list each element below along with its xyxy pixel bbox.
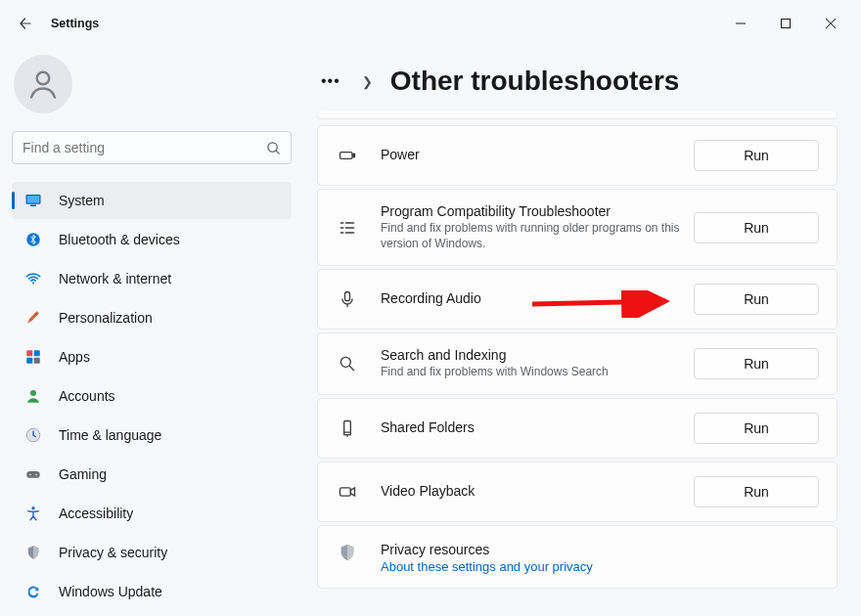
compat-icon-wrap [336, 218, 359, 238]
sidebar-item-label: Network & internet [59, 271, 171, 286]
chevron-right-icon: ❯ [362, 74, 373, 89]
main-content: ••• ❯ Other troubleshooters Power Run Pr… [303, 47, 861, 616]
sidebar-item-label: System [59, 193, 105, 208]
svg-point-22 [340, 357, 350, 367]
card-text: Video Playback [381, 483, 694, 501]
card-title: Video Playback [381, 483, 694, 499]
run-button[interactable]: Run [694, 284, 819, 315]
sidebar-item-gamepad[interactable]: Gaming [12, 456, 292, 493]
card-title: Search and Indexing [381, 347, 694, 363]
accessibility-icon-wrap [23, 504, 43, 523]
svg-rect-11 [34, 358, 40, 364]
privacy-resources-card: Privacy resources About these settings a… [317, 525, 838, 589]
card-subtitle: Find and fix problems with running older… [381, 221, 694, 251]
power-icon-wrap [336, 146, 359, 165]
svg-rect-9 [34, 350, 40, 356]
brush-icon-wrap [23, 308, 43, 328]
microphone-icon [338, 289, 357, 309]
svg-rect-10 [26, 358, 32, 364]
sidebar-item-person[interactable]: Accounts [12, 377, 292, 415]
magnifier-icon [338, 354, 357, 374]
svg-rect-23 [344, 420, 351, 432]
sidebar-item-wifi[interactable]: Network & internet [12, 260, 292, 297]
breadcrumb: ••• ❯ Other troubleshooters [317, 55, 838, 108]
search-input[interactable] [23, 140, 266, 155]
svg-point-1 [37, 72, 50, 85]
wifi-icon-wrap [23, 269, 43, 288]
back-button[interactable] [8, 6, 43, 41]
privacy-link[interactable]: About these settings and your privacy [381, 559, 819, 574]
svg-rect-5 [30, 205, 36, 207]
troubleshooter-list: Power Run Program Compatibility Troubles… [317, 111, 838, 589]
sidebar-item-system[interactable]: System [12, 182, 292, 219]
system-icon [24, 192, 42, 209]
search-icon-wrap [336, 354, 359, 374]
sidebar-item-label: Time & language [59, 427, 161, 443]
sidebar-item-update[interactable]: Windows Update [12, 573, 292, 610]
sidebar-item-accessibility[interactable]: Accessibility [12, 495, 292, 532]
bluetooth-icon-wrap [23, 230, 43, 249]
gamepad-icon [24, 465, 42, 483]
maximize-icon [781, 19, 791, 28]
card-text: Program Compatibility TroubleshooterFind… [381, 203, 694, 251]
troubleshooter-card-folder: Shared Folders Run [317, 398, 838, 459]
svg-rect-0 [782, 20, 791, 28]
brush-icon [24, 309, 42, 327]
svg-point-17 [35, 473, 37, 475]
avatar[interactable] [14, 55, 72, 113]
page-title: Other troubleshooters [390, 66, 680, 97]
card-title: Power [381, 147, 694, 162]
gamepad-icon-wrap [23, 464, 43, 484]
sidebar: SystemBluetooth & devicesNetwork & inter… [0, 47, 303, 616]
clock-icon [24, 426, 42, 444]
system-icon-wrap [23, 191, 43, 210]
troubleshooter-card-power: Power Run [317, 125, 838, 186]
sidebar-item-label: Personalization [59, 310, 153, 326]
troubleshooter-card-video: Video Playback Run [317, 462, 838, 522]
battery-icon [338, 146, 357, 165]
run-button[interactable]: Run [694, 476, 819, 507]
run-button[interactable]: Run [694, 140, 819, 171]
sidebar-item-brush[interactable]: Personalization [12, 299, 292, 336]
troubleshooter-card-search: Search and IndexingFind and fix problems… [317, 332, 838, 395]
card-text: Shared Folders [381, 419, 694, 437]
troubleshooter-card-mic: Recording Audio Run [317, 269, 838, 330]
breadcrumb-more-icon[interactable]: ••• [317, 72, 344, 90]
privacy-icon-wrap [336, 542, 359, 563]
update-icon [24, 583, 42, 600]
update-icon-wrap [23, 582, 43, 601]
sidebar-item-shield[interactable]: Privacy & security [12, 534, 292, 571]
back-arrow-icon [18, 16, 33, 31]
svg-rect-8 [26, 350, 32, 356]
run-button[interactable]: Run [694, 413, 819, 444]
run-button[interactable]: Run [694, 348, 819, 379]
bluetooth-icon [24, 231, 42, 248]
maximize-button[interactable] [763, 8, 808, 39]
sidebar-item-apps[interactable]: Apps [12, 338, 292, 375]
minimize-button[interactable] [718, 8, 763, 39]
svg-rect-15 [26, 471, 40, 478]
clock-icon-wrap [23, 425, 43, 445]
run-button[interactable]: Run [694, 212, 819, 243]
sidebar-item-label: Gaming [59, 466, 107, 482]
sidebar-item-clock[interactable]: Time & language [12, 417, 292, 454]
card-text: Recording Audio [381, 290, 694, 308]
app-title: Settings [51, 17, 99, 30]
apps-icon-wrap [23, 347, 43, 367]
accessibility-icon [24, 505, 42, 522]
card-title: Privacy resources [381, 542, 819, 557]
shared-folder-icon [338, 418, 357, 438]
shield-icon-wrap [23, 543, 43, 562]
close-icon [826, 19, 836, 28]
search-box[interactable] [12, 131, 292, 164]
person-icon [25, 66, 61, 102]
sidebar-item-bluetooth[interactable]: Bluetooth & devices [12, 221, 292, 258]
card-sliver [317, 111, 838, 119]
svg-rect-19 [340, 153, 353, 159]
sidebar-item-label: Accounts [59, 388, 115, 404]
close-button[interactable] [808, 8, 853, 39]
wifi-icon [24, 270, 42, 287]
sidebar-item-label: Privacy & security [59, 545, 167, 560]
sidebar-item-label: Windows Update [59, 584, 162, 599]
card-text: Search and IndexingFind and fix problems… [381, 347, 694, 380]
